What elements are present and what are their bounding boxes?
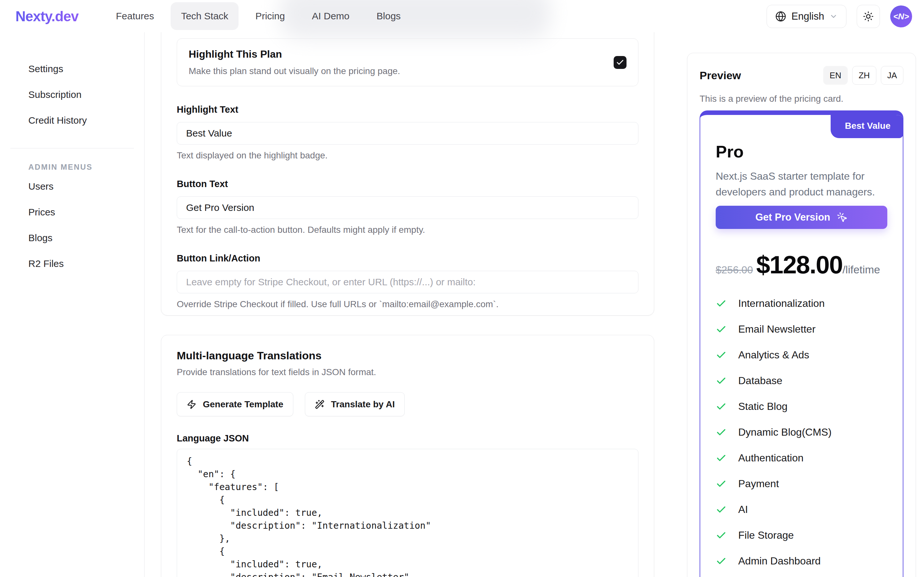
top-navigation: Nexty.dev Features Tech Stack Pricing AI… — [0, 0, 924, 32]
check-icon — [716, 324, 727, 335]
feature-item: Email Newsletter — [716, 323, 887, 335]
feature-item: Database — [716, 375, 887, 387]
generate-template-button[interactable]: Generate Template — [177, 392, 293, 416]
feature-item: Internationalization — [716, 298, 887, 309]
feature-item: Payment — [716, 478, 887, 490]
highlight-plan-checkbox[interactable] — [613, 56, 626, 69]
language-label: English — [791, 11, 824, 22]
current-price: $128.00 — [756, 250, 842, 279]
check-icon — [716, 298, 727, 309]
chevron-down-icon — [829, 12, 838, 21]
highlight-text-help: Text displayed on the highlight badge. — [177, 150, 638, 161]
highlight-plan-box: Highlight This Plan Make this plan stand… — [177, 38, 638, 86]
page: Nexty.dev Features Tech Stack Pricing AI… — [0, 0, 924, 577]
highlight-text-input[interactable] — [177, 122, 638, 145]
check-icon — [716, 376, 727, 386]
globe-icon — [775, 11, 786, 22]
check-icon — [716, 556, 727, 567]
button-text-label: Button Text — [177, 179, 638, 189]
nav-item-blogs[interactable]: Blogs — [377, 11, 401, 22]
feature-label: Admin Dashboard — [738, 555, 821, 567]
language-selector[interactable]: English — [766, 5, 847, 28]
feature-item: Static Blog — [716, 401, 887, 413]
feature-item: Analytics & Ads — [716, 349, 887, 361]
user-avatar[interactable]: <N> — [890, 5, 912, 27]
sidebar-section-label: ADMIN MENUS — [28, 163, 144, 172]
preview-header: Preview EN ZH JA — [700, 66, 903, 85]
sidebar-item-prices[interactable]: Prices — [0, 199, 144, 225]
preview-panel: Preview EN ZH JA This is a preview of th… — [687, 53, 916, 577]
sidebar-item-subscription[interactable]: Subscription — [0, 82, 144, 108]
highlight-plan-texts: Highlight This Plan Make this plan stand… — [189, 48, 400, 76]
button-text-input[interactable] — [177, 197, 638, 219]
price-interval: /lifetime — [842, 263, 880, 276]
feature-list: Internationalization Email Newsletter An… — [716, 298, 887, 577]
tab-en[interactable]: EN — [823, 66, 848, 85]
sun-icon — [863, 11, 874, 22]
language-json-code: { "en": { "features": [ { "included": tr… — [187, 455, 628, 577]
button-text-help: Text for the call-to-action button. Defa… — [177, 225, 638, 235]
feature-label: Analytics & Ads — [738, 349, 810, 361]
feature-label: Dynamic Blog(CMS) — [738, 426, 832, 438]
button-link-label: Button Link/Action — [177, 253, 638, 264]
translate-by-ai-label: Translate by AI — [331, 399, 395, 409]
button-link-help: Override Stripe Checkout if filled. Use … — [177, 299, 638, 309]
feature-item: AI — [716, 504, 887, 516]
plan-name: Pro — [716, 142, 887, 161]
feature-label: AI — [738, 504, 748, 516]
nav-item-pricing[interactable]: Pricing — [255, 11, 285, 22]
mouse-pointer-click-icon — [837, 212, 848, 223]
pricing-card: Best Value Pro Next.js SaaS starter temp… — [700, 110, 903, 577]
language-json-label: Language JSON — [177, 433, 638, 444]
best-value-badge: Best Value — [831, 110, 903, 138]
get-pro-version-button[interactable]: Get Pro Version — [716, 206, 887, 229]
check-icon — [716, 504, 727, 515]
highlight-text-label: Highlight Text — [177, 104, 638, 115]
language-json-editor[interactable]: { "en": { "features": [ { "included": tr… — [177, 449, 638, 577]
feature-label: Database — [738, 375, 782, 387]
preview-language-tabs: EN ZH JA — [823, 66, 903, 85]
feature-label: File Storage — [738, 529, 794, 541]
nav-links: Features Tech Stack Pricing AI Demo Blog… — [116, 0, 401, 32]
check-icon — [716, 427, 727, 438]
check-icon — [616, 58, 624, 67]
translations-title: Multi-language Translations — [177, 349, 638, 362]
zap-icon — [187, 400, 196, 409]
check-icon — [716, 479, 727, 489]
feature-label: Static Blog — [738, 401, 787, 413]
tab-ja[interactable]: JA — [881, 66, 903, 85]
cta-label: Get Pro Version — [755, 211, 830, 223]
preview-title: Preview — [700, 69, 741, 82]
sidebar: Settings Subscription Credit History ADM… — [0, 32, 145, 577]
highlight-plan-title: Highlight This Plan — [189, 48, 400, 60]
nav-item-features[interactable]: Features — [116, 11, 154, 22]
theme-toggle-button[interactable] — [857, 5, 880, 28]
sidebar-item-credit-history[interactable]: Credit History — [0, 108, 144, 133]
button-link-input[interactable] — [177, 271, 638, 293]
tab-zh[interactable]: ZH — [852, 66, 876, 85]
feature-label: Payment — [738, 478, 779, 490]
feature-item: Dynamic Blog(CMS) — [716, 426, 887, 438]
feature-item: File Storage — [716, 529, 887, 541]
nav-right-controls: English <N> — [766, 5, 912, 28]
logo[interactable]: Nexty.dev — [16, 8, 79, 24]
highlight-plan-description: Make this plan stand out visually on the… — [189, 66, 400, 76]
price-row: $256.00 $128.00 /lifetime — [716, 250, 887, 279]
preview-subtitle: This is a preview of the pricing card. — [700, 94, 903, 104]
plan-description: Next.js SaaS starter template for develo… — [716, 168, 877, 200]
feature-label: Internationalization — [738, 298, 825, 309]
sidebar-divider — [10, 148, 134, 148]
original-price: $256.00 — [716, 264, 753, 276]
translations-subtitle: Provide translations for text fields in … — [177, 367, 638, 377]
check-icon — [716, 453, 727, 464]
check-icon — [716, 401, 727, 412]
translations-actions: Generate Template Translate by AI — [177, 392, 638, 416]
nav-item-tech-stack[interactable]: Tech Stack — [171, 2, 238, 30]
translate-by-ai-button[interactable]: Translate by AI — [305, 392, 405, 416]
nav-item-ai-demo[interactable]: AI Demo — [312, 11, 349, 22]
sidebar-item-users[interactable]: Users — [0, 174, 144, 199]
sidebar-item-r2-files[interactable]: R2 Files — [0, 251, 144, 277]
sidebar-item-settings[interactable]: Settings — [0, 56, 144, 82]
sidebar-item-blogs[interactable]: Blogs — [0, 225, 144, 251]
feature-item: Admin Dashboard — [716, 555, 887, 567]
